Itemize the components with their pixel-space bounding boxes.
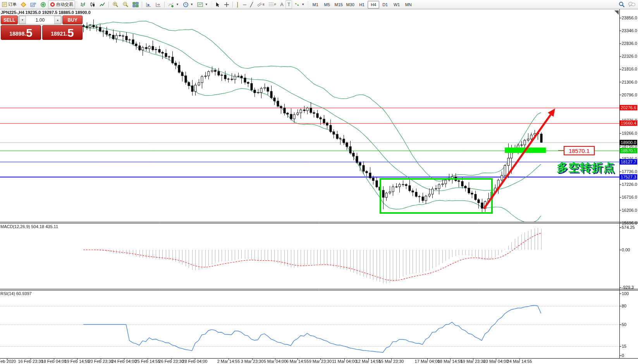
templates-button[interactable]: ▼	[195, 0, 210, 9]
chart-area[interactable]	[0, 0, 638, 364]
price-tick-label: 22836.0	[622, 41, 637, 46]
timeframe-M1[interactable]: M1	[310, 1, 321, 9]
chart-shift-icon	[146, 2, 151, 7]
buy-button[interactable]: BUY	[62, 15, 83, 24]
signals-button[interactable]	[38, 0, 48, 9]
crosshair-icon	[224, 2, 229, 7]
time-axis-label: 2 Mar 14:55	[217, 359, 240, 364]
periods-button[interactable]: ▼	[181, 0, 195, 9]
toolbar-grip	[211, 2, 212, 8]
toolbar-grip	[307, 2, 309, 8]
new-order-button[interactable]: 订单	[0, 0, 19, 9]
toolbar-right-group	[619, 2, 636, 8]
level-callout-18570[interactable]: 18570.1	[564, 146, 595, 155]
fibonacci-letter: F	[274, 3, 276, 6]
new-order-label: 订单	[8, 2, 17, 7]
autotrading-icon	[50, 2, 55, 7]
volume-increase-button[interactable]: ▲	[54, 16, 61, 24]
fibonacci-icon	[268, 2, 274, 7]
cursor-icon	[215, 2, 220, 7]
line-chart-icon	[100, 2, 105, 7]
profiles-button[interactable]	[28, 0, 38, 9]
time-axis-label: 3 Mar 23:30	[241, 359, 264, 364]
time-axis-label: 19 Feb 14:55	[65, 359, 90, 364]
level-price-tag: 18127.7	[620, 159, 637, 165]
text-label-tool[interactable]: T	[285, 0, 292, 9]
vertical-line-icon: │	[236, 2, 239, 7]
horizontal-line-tool[interactable]: ─	[241, 0, 248, 9]
timeframe-M30[interactable]: M30	[344, 1, 356, 9]
arrows-tool[interactable]: ▼	[292, 0, 306, 9]
toolbar-grip	[76, 2, 77, 8]
timeframe-MN[interactable]: MN	[402, 1, 414, 9]
bar-chart-button[interactable]	[78, 0, 88, 9]
chat-icon[interactable]	[628, 2, 636, 7]
volume-decrease-button[interactable]: ▼	[19, 16, 26, 24]
timeframe-group: M1M5M15M30H1H4D1W1MN	[310, 1, 414, 9]
timeframe-M5[interactable]: M5	[321, 1, 333, 9]
auto-scroll-icon	[155, 2, 161, 7]
indicator-tick-label: 15	[622, 344, 626, 349]
candlestick-chart-button[interactable]	[88, 0, 98, 9]
timeframe-W1[interactable]: W1	[391, 1, 402, 9]
timeframe-H1[interactable]: H1	[356, 1, 368, 9]
ask-main-digits: 18921	[51, 29, 66, 39]
time-axis-label: 17 Mar 04:00	[415, 359, 440, 364]
indicator-tick-label: -929.3	[622, 285, 634, 290]
crosshair-tool-button[interactable]	[222, 0, 231, 9]
chart-shift-button[interactable]	[144, 0, 153, 9]
timeframe-M15[interactable]: M15	[333, 1, 344, 9]
time-axis-label: 18 Mar 14:55	[438, 359, 463, 364]
price-tick-label: 20796.0	[622, 93, 637, 97]
time-axis-label: 12 Mar 14:55	[356, 359, 381, 364]
macd-indicator-label: MACD(12,26,9) 504.18 435.11	[0, 224, 58, 229]
cursor-tool-button[interactable]	[213, 0, 222, 9]
ask-price-display: 18921.5	[42, 25, 83, 40]
volume-input[interactable]: 1.00	[26, 16, 54, 24]
trendline-tool[interactable]: ╱	[248, 0, 255, 9]
dropdown-arrow-icon: ▼	[190, 3, 193, 6]
trendline-icon: ╱	[250, 2, 253, 7]
time-axis-label: 24 Mar 14:55	[507, 359, 532, 364]
time-axis-label: 23 Mar 04:00	[483, 359, 509, 364]
signals-icon	[40, 2, 46, 7]
metaeditor-icon	[21, 2, 26, 7]
timeframe-D1[interactable]: D1	[379, 1, 391, 9]
autotrading-button[interactable]: 自动交易	[48, 0, 75, 9]
metaeditor-button[interactable]	[19, 0, 28, 9]
dropdown-arrow-icon: ▼	[176, 3, 179, 6]
search-icon[interactable]	[619, 2, 625, 8]
time-axis-label: Feb 2020	[0, 359, 16, 364]
time-axis-label: 9 Mar 23:30	[309, 359, 332, 364]
zoom-in-button[interactable]	[110, 0, 120, 9]
price-tick-label: 17736.0	[622, 169, 637, 174]
zoom-out-button[interactable]	[120, 0, 131, 9]
dropdown-arrow-icon: ▼	[205, 3, 208, 6]
bull-bear-turning-point-note[interactable]: 多空转折点	[557, 160, 615, 175]
text-tool-icon: A	[280, 2, 284, 7]
toolbar-separator	[142, 2, 143, 8]
tile-windows-button[interactable]	[131, 0, 141, 9]
timeframe-H4[interactable]: H4	[368, 1, 379, 9]
zoom-out-icon	[122, 2, 129, 7]
price-tick-label: 19266.0	[622, 131, 637, 136]
periods-clock-icon	[183, 2, 189, 7]
channel-tool[interactable]: E	[255, 0, 267, 9]
sell-button[interactable]: SELL	[1, 15, 18, 24]
line-chart-button[interactable]	[98, 0, 107, 9]
toolbar-separator	[108, 2, 109, 8]
mt4-window: 订单 自动交易	[0, 0, 638, 364]
price-tick-label: 23346.0	[622, 28, 637, 33]
indicator-tick-label: 100	[622, 291, 629, 296]
ask-big-digit: 5	[67, 27, 74, 39]
level-price-tag: 19660.4	[620, 120, 637, 126]
rsi-indicator-label: RSI(14) 60.9397	[0, 291, 32, 296]
text-tool[interactable]: A	[278, 0, 285, 9]
vertical-line-tool[interactable]: │	[234, 0, 241, 9]
channel-letter: E	[263, 3, 265, 6]
auto-scroll-button[interactable]	[153, 0, 163, 9]
bar-chart-icon	[80, 2, 86, 7]
indicators-button[interactable]: ▼	[166, 0, 181, 9]
indicator-tick-label: 50	[622, 322, 626, 327]
fibonacci-tool[interactable]: F	[267, 0, 278, 9]
